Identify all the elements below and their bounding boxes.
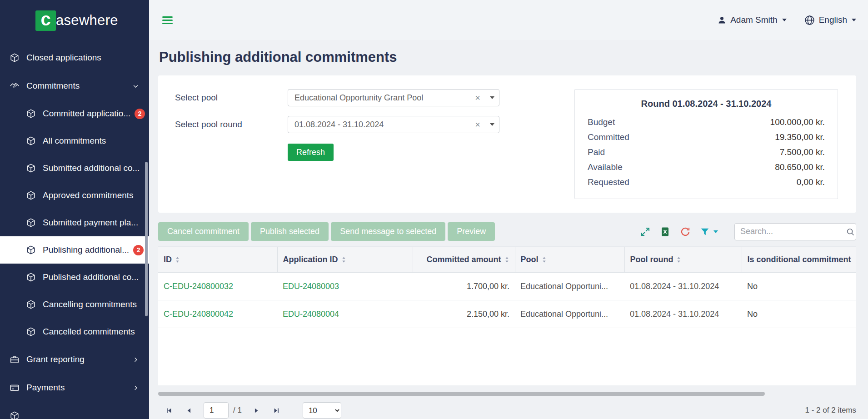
package-icon	[9, 52, 20, 63]
sidebar-item-label: Payments	[26, 383, 65, 393]
sidebar-item-label: Submitted payment pla...	[43, 218, 138, 228]
pool-round-select[interactable]: 01.08.2024 - 31.10.2024 ×	[288, 116, 499, 133]
column-header-application-id[interactable]: Application ID	[277, 247, 413, 273]
column-header-pool-round[interactable]: Pool round	[624, 247, 742, 273]
publish-selected-button[interactable]: Publish selected	[251, 222, 329, 241]
round-summary-title: Round 01.08.2024 - 31.10.2024	[588, 99, 825, 109]
clear-selection-icon[interactable]: ×	[471, 93, 484, 102]
select-pool-label: Select pool	[175, 93, 288, 103]
sidebar-nav: Closed applications Commitments Committe…	[0, 41, 149, 419]
application-id-link[interactable]: EDU-24080003	[283, 282, 339, 291]
sidebar-item-submitted-payment-plans[interactable]: Submitted payment pla...	[0, 209, 149, 236]
sort-icon	[175, 256, 180, 264]
cancel-commitment-button[interactable]: Cancel commitment	[158, 222, 249, 241]
package-icon	[25, 163, 36, 174]
reload-grid-button[interactable]	[680, 226, 691, 237]
summary-row-paid: Paid 7.500,00 kr.	[588, 145, 825, 160]
last-page-button[interactable]	[268, 402, 285, 419]
user-menu[interactable]: Adam Smith	[717, 15, 786, 25]
sidebar-item-published-additional[interactable]: Published additional co...	[0, 264, 149, 291]
column-header-is-conditional[interactable]: Is conditional commitment	[742, 247, 856, 273]
package-icon	[9, 410, 20, 419]
sidebar-item-cancelling-commitments[interactable]: Cancelling commitments	[0, 291, 149, 318]
commitments-grid: Cancel commitment Publish selected Send …	[158, 222, 856, 419]
summary-row-available: Available 80.650,00 kr.	[588, 160, 825, 175]
horizontal-scrollbar	[158, 392, 856, 396]
sidebar-item-grant-reporting[interactable]: Grant reporting	[0, 345, 149, 374]
sidebar-item-cancelled-commitments[interactable]: Cancelled commitments	[0, 318, 149, 345]
pool-select[interactable]: Educational Opportunity Grant Pool ×	[288, 89, 499, 106]
menu-toggle-button[interactable]	[160, 15, 175, 26]
table-row[interactable]: C-EDU-240800032 EDU-24080003 1.700,00 kr…	[158, 273, 856, 300]
sidebar-item-label: Grant reporting	[26, 354, 85, 364]
main-area: Adam Smith English Publishing additional…	[149, 0, 868, 419]
user-name: Adam Smith	[730, 15, 777, 25]
credit-card-icon	[9, 382, 20, 393]
column-header-pool[interactable]: Pool	[515, 247, 624, 273]
topbar: Adam Smith English	[149, 0, 868, 40]
pool-round-cell: 01.08.2024 - 31.10.2024	[624, 273, 742, 300]
casewhere-logo[interactable]: c asewhere	[0, 0, 149, 41]
sidebar-item-label: Approved commitments	[43, 190, 134, 200]
search-icon[interactable]	[846, 227, 855, 236]
filter-options-caret-icon[interactable]	[713, 230, 718, 233]
sort-icon	[341, 256, 346, 264]
table-row[interactable]: C-EDU-240800042 EDU-24080004 2.150,00 kr…	[158, 300, 856, 328]
export-excel-button[interactable]	[660, 226, 671, 237]
select-pool-round-label: Select pool round	[175, 120, 288, 130]
application-id-link[interactable]: EDU-24080004	[283, 309, 339, 319]
search-input[interactable]	[740, 227, 846, 236]
data-table-container: ID Application ID Committed amount Pool …	[158, 246, 856, 385]
pool-select-value: Educational Opportunity Grant Pool	[294, 93, 471, 103]
pagination-bar: / 1 10 1 - 2 of 2 items	[158, 402, 856, 419]
sidebar-item-all-commitments[interactable]: All commitments	[0, 127, 149, 155]
clear-selection-icon[interactable]: ×	[471, 120, 484, 129]
sidebar: c asewhere Closed applications Commitmen…	[0, 0, 149, 419]
expand-grid-button[interactable]	[640, 226, 651, 237]
sidebar-item-committed-applications[interactable]: Committed applicatio... 2	[0, 100, 149, 127]
sort-icon	[542, 256, 547, 264]
dropdown-caret-icon[interactable]	[484, 90, 499, 106]
page-size-select[interactable]: 10	[303, 402, 341, 419]
sidebar-item-payments[interactable]: Payments	[0, 374, 149, 402]
package-icon	[25, 244, 36, 255]
previous-page-button[interactable]	[180, 402, 197, 419]
grid-search	[734, 223, 856, 240]
send-message-button[interactable]: Send message to selected	[331, 222, 445, 241]
language-menu[interactable]: English	[804, 15, 856, 26]
sidebar-item-approved-commitments[interactable]: Approved commitments	[0, 182, 149, 209]
preview-button[interactable]: Preview	[448, 222, 495, 241]
sidebar-item-submitted-additional[interactable]: Submitted additional co...	[0, 155, 149, 182]
briefcase-icon	[9, 354, 20, 365]
next-page-button[interactable]	[248, 402, 265, 419]
grid-toolbar: Cancel commitment Publish selected Send …	[158, 222, 856, 241]
sort-icon	[504, 256, 509, 264]
horizontal-scrollbar-thumb[interactable]	[158, 392, 765, 396]
package-icon	[25, 108, 36, 119]
logo-text: asewhere	[56, 12, 118, 29]
sidebar-item-label: Cancelled commitments	[43, 327, 135, 337]
sidebar-item-commitments[interactable]: Commitments	[0, 72, 149, 100]
sidebar-scrollbar[interactable]	[145, 162, 148, 316]
language-label: English	[819, 15, 847, 25]
sidebar-item-publishing-additional[interactable]: Publishing additional... 2	[0, 236, 149, 264]
chevron-right-icon	[132, 384, 139, 391]
data-table: ID Application ID Committed amount Pool …	[158, 246, 856, 328]
commitment-id-link[interactable]: C-EDU-240800042	[164, 309, 233, 319]
filter-button[interactable]	[700, 227, 710, 237]
sidebar-item-label: Closed applications	[26, 53, 101, 63]
column-header-id[interactable]: ID	[158, 247, 277, 273]
sidebar-item-label: Committed applicatio...	[43, 109, 130, 119]
first-page-button[interactable]	[160, 402, 177, 419]
sidebar-item-partial[interactable]	[0, 402, 149, 419]
refresh-button[interactable]: Refresh	[288, 144, 334, 161]
summary-row-budget: Budget 100.000,00 kr.	[588, 115, 825, 130]
package-icon	[25, 217, 36, 228]
summary-row-committed: Committed 19.350,00 kr.	[588, 130, 825, 145]
sidebar-item-closed-applications[interactable]: Closed applications	[0, 44, 149, 72]
page-number-input[interactable]	[204, 402, 229, 419]
page-count-label: / 1	[233, 406, 242, 415]
dropdown-caret-icon[interactable]	[484, 116, 499, 133]
column-header-committed-amount[interactable]: Committed amount	[413, 247, 515, 273]
commitment-id-link[interactable]: C-EDU-240800032	[164, 282, 233, 291]
